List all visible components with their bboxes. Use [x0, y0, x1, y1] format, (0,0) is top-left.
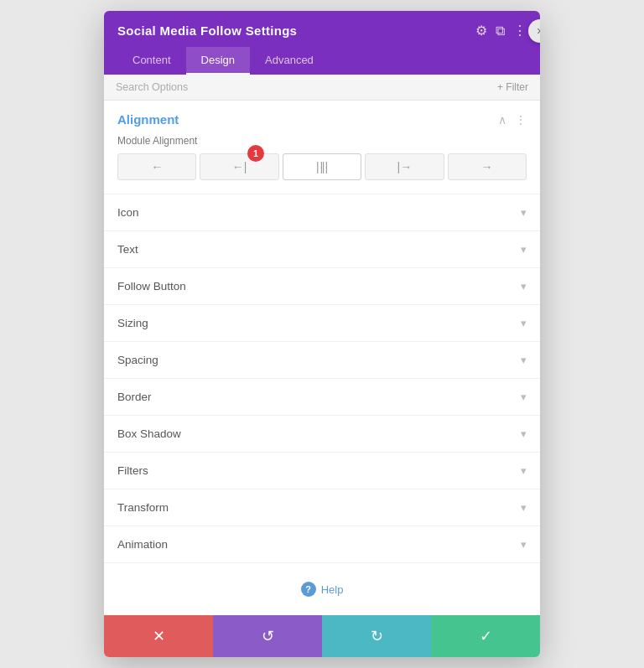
tab-content[interactable]: Content [117, 47, 186, 75]
chevron-down-icon-transform: ▾ [521, 501, 527, 514]
help-label: Help [321, 583, 344, 596]
header-icons: ⚙ ⧉ ⋮ [475, 23, 527, 39]
accordion-item-filters[interactable]: Filters ▾ [104, 453, 540, 489]
accordion-item-animation[interactable]: Animation ▾ [104, 526, 540, 563]
search-placeholder[interactable]: Search Options [116, 81, 188, 93]
accordion-label-animation: Animation [117, 538, 168, 551]
accordion-label-filters: Filters [117, 464, 148, 477]
accordion-label-follow-button: Follow Button [117, 280, 186, 293]
accordion-label-transform: Transform [117, 501, 169, 514]
collapse-icon[interactable]: ∧ [498, 113, 506, 127]
align-right-icon: → [481, 160, 493, 173]
filter-button[interactable]: + Filter [497, 81, 528, 93]
redo-button[interactable]: ↻ [322, 615, 431, 657]
accordion-item-text[interactable]: Text ▾ [104, 231, 540, 268]
chevron-down-icon-animation: ▾ [521, 538, 527, 551]
align-center-button[interactable]: |‖| [283, 153, 361, 180]
alignment-buttons: 1 ← ←| |‖| |→ → [117, 153, 527, 180]
align-right-button[interactable]: → [448, 153, 527, 180]
section-header-icons: ∧ ⋮ [498, 113, 527, 127]
search-bar: Search Options + Filter [104, 75, 540, 101]
accordion-item-follow-button[interactable]: Follow Button ▾ [104, 268, 540, 305]
undo-button[interactable]: ↺ [213, 615, 322, 657]
more-icon[interactable]: ⋮ [513, 23, 527, 39]
accordion-list: Icon ▾ Text ▾ Follow Button ▾ Sizing ▾ S… [104, 194, 540, 563]
modal-title: Social Media Follow Settings [117, 23, 297, 38]
expand-icon[interactable]: ⧉ [496, 23, 505, 39]
help-section[interactable]: ? Help [104, 563, 540, 615]
section-more-icon[interactable]: ⋮ [515, 113, 527, 127]
help-icon: ? [301, 582, 316, 597]
modal-header: Social Media Follow Settings ⚙ ⧉ ⋮ Conte… [104, 11, 540, 75]
accordion-item-box-shadow[interactable]: Box Shadow ▾ [104, 416, 540, 453]
notification-badge: 1 [247, 145, 264, 162]
align-center-right-icon: |→ [397, 160, 413, 173]
save-icon: ✓ [480, 627, 492, 645]
undo-icon: ↺ [262, 627, 274, 645]
align-center-icon: |‖| [316, 160, 328, 173]
accordion-label-text: Text [117, 243, 138, 256]
chevron-down-icon-box-shadow: ▾ [521, 427, 527, 440]
accordion-item-icon[interactable]: Icon ▾ [104, 194, 540, 231]
align-center-left-button[interactable]: ←| [200, 153, 278, 180]
accordion-label-box-shadow: Box Shadow [117, 427, 181, 440]
accordion-label-icon: Icon [117, 206, 139, 219]
redo-icon: ↻ [371, 627, 383, 645]
align-center-left-icon: ←| [232, 160, 247, 173]
alignment-label: Module Alignment [117, 135, 527, 147]
header-top: Social Media Follow Settings ⚙ ⧉ ⋮ [117, 23, 527, 39]
modal-footer: ✕ ↺ ↻ ✓ [104, 615, 540, 657]
accordion-label-border: Border [117, 391, 152, 403]
chevron-down-icon-follow-button: ▾ [521, 280, 527, 293]
modal: × Social Media Follow Settings ⚙ ⧉ ⋮ Con… [104, 11, 540, 657]
settings-icon[interactable]: ⚙ [475, 23, 487, 39]
close-icon: × [537, 24, 540, 38]
save-button[interactable]: ✓ [431, 615, 540, 657]
accordion-item-border[interactable]: Border ▾ [104, 379, 540, 416]
tab-bar: Content Design Advanced [117, 47, 527, 75]
module-alignment-area: Module Alignment 1 ← ←| |‖| |→ → [104, 135, 540, 194]
accordion-item-sizing[interactable]: Sizing ▾ [104, 305, 540, 342]
accordion-label-spacing: Spacing [117, 354, 158, 366]
cancel-button[interactable]: ✕ [104, 615, 213, 657]
tab-advanced[interactable]: Advanced [250, 47, 329, 75]
tab-design[interactable]: Design [186, 47, 250, 75]
align-center-right-button[interactable]: |→ [365, 153, 444, 180]
modal-content: Alignment ∧ ⋮ Module Alignment 1 ← ←| |‖… [104, 101, 540, 615]
cancel-icon: ✕ [153, 627, 165, 645]
alignment-title: Alignment [117, 112, 179, 127]
accordion-item-transform[interactable]: Transform ▾ [104, 489, 540, 526]
accordion-label-sizing: Sizing [117, 317, 148, 329]
chevron-down-icon-filters: ▾ [521, 464, 527, 477]
chevron-down-icon-icon: ▾ [521, 206, 527, 219]
chevron-down-icon-border: ▾ [521, 391, 527, 403]
chevron-down-icon-spacing: ▾ [521, 354, 527, 366]
align-left-icon: ← [151, 160, 163, 173]
alignment-section-header: Alignment ∧ ⋮ [104, 101, 540, 135]
accordion-item-spacing[interactable]: Spacing ▾ [104, 342, 540, 379]
align-left-button[interactable]: ← [117, 153, 196, 180]
chevron-down-icon-text: ▾ [521, 243, 527, 256]
chevron-down-icon-sizing: ▾ [521, 317, 527, 329]
